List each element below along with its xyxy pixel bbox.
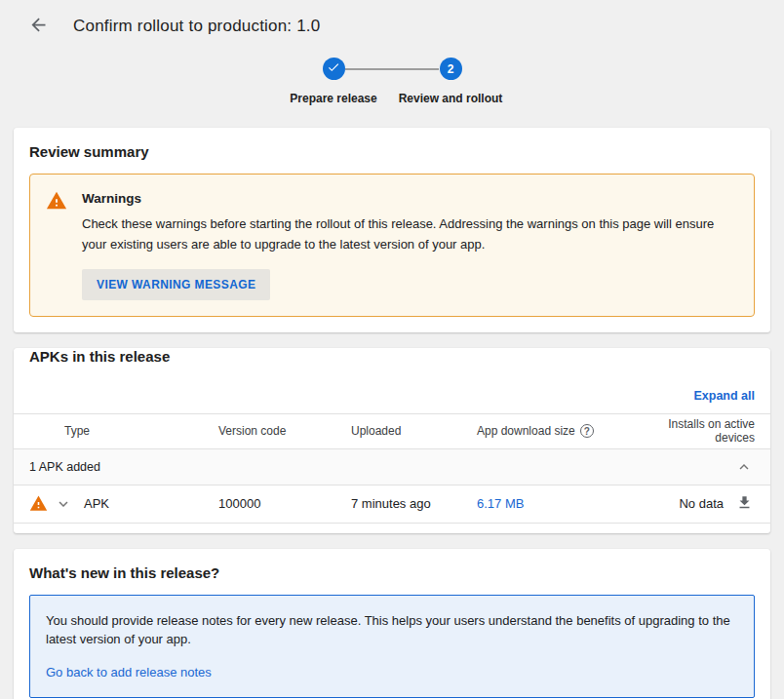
whats-new-title: What's new in this release? (29, 564, 755, 581)
step-label-review-rollout: Review and rollout (399, 92, 503, 105)
apk-installs-cell: No data (643, 496, 725, 511)
download-icon (736, 494, 753, 514)
column-header-app-download-size-label: App download size (477, 424, 575, 438)
apks-card: APKs in this release Expand all Type Ver… (14, 348, 770, 533)
apk-type-cell: APK (84, 496, 218, 511)
view-warning-message-button[interactable]: VIEW WARNING MESSAGE (82, 269, 270, 300)
expand-all-row: Expand all (14, 372, 770, 413)
stepper: Prepare release 2 Review and rollout (0, 58, 784, 114)
column-header-type: Type (29, 424, 218, 438)
download-apk-button[interactable] (734, 492, 755, 516)
confirm-rollout-page: Confirm rollout to production: 1.0 Prepa… (0, 0, 784, 699)
apk-version-code-cell: 100000 (218, 496, 351, 511)
arrow-left-icon (28, 15, 49, 38)
step-connector (345, 68, 439, 70)
page-title: Confirm rollout to production: 1.0 (73, 17, 320, 36)
step-review-rollout: 2 Review and rollout (439, 58, 462, 80)
apk-group-row[interactable]: 1 APK added (14, 449, 770, 485)
column-header-app-download-size: App download size ? (477, 424, 643, 438)
warnings-content: Warnings Check these warnings before sta… (82, 189, 738, 300)
column-header-version-code: Version code (218, 424, 351, 438)
expand-all-link[interactable]: Expand all (693, 389, 755, 403)
topbar: Confirm rollout to production: 1.0 (0, 0, 784, 42)
apk-table-row: APK 100000 7 minutes ago 6.17 MB No data (14, 485, 770, 524)
review-summary-card: Review summary Warnings Check these warn… (14, 128, 770, 332)
apk-size-link[interactable]: 6.17 MB (477, 496, 524, 511)
step-current-circle: 2 (440, 58, 462, 80)
warnings-body: Check these warnings before starting the… (82, 214, 738, 255)
step-done-circle (323, 58, 345, 80)
apk-uploaded-cell: 7 minutes ago (351, 496, 477, 511)
warnings-title: Warnings (82, 191, 738, 206)
go-back-add-release-notes-link[interactable]: Go back to add release notes (46, 665, 212, 680)
whats-new-card: What's new in this release? You should p… (14, 549, 770, 699)
warning-triangle-icon (46, 190, 67, 300)
release-notes-info-box: You should provide release notes for eve… (29, 595, 755, 699)
check-icon (327, 60, 340, 77)
row-warning-triangle-icon (29, 494, 55, 513)
warnings-box: Warnings Check these warnings before sta… (29, 174, 755, 317)
step-prepare-release: Prepare release (322, 58, 345, 80)
apk-table-header: Type Version code Uploaded App download … (14, 413, 770, 449)
help-icon[interactable]: ? (580, 424, 594, 438)
chevron-down-icon[interactable] (55, 495, 84, 513)
review-summary-title: Review summary (29, 143, 755, 160)
back-button[interactable] (26, 15, 50, 38)
release-notes-note: You should provide release notes for eve… (46, 611, 738, 649)
step-label-prepare-release: Prepare release (290, 92, 376, 105)
apk-group-label: 1 APK added (29, 460, 100, 474)
apks-title: APKs in this release (29, 348, 755, 365)
column-header-uploaded: Uploaded (351, 424, 477, 438)
chevron-up-icon[interactable] (735, 458, 753, 476)
column-header-installs: Installs on active devices (643, 417, 755, 445)
